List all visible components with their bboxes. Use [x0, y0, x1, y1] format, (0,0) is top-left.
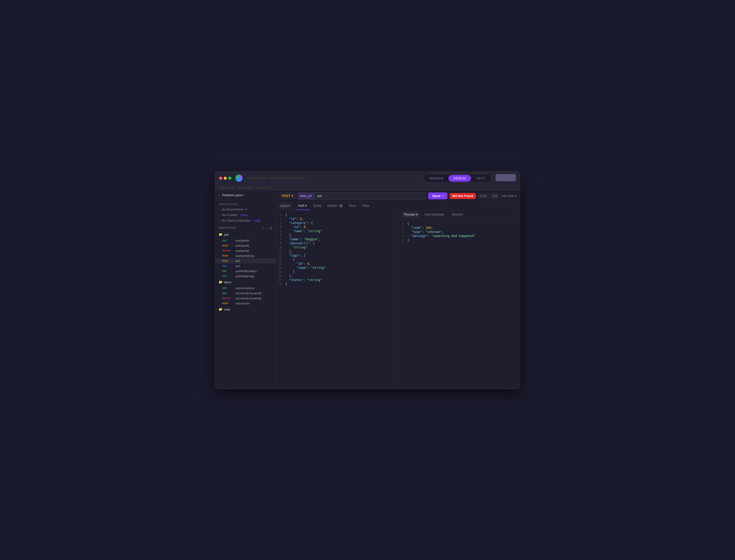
method-badge-get: GET [222, 292, 233, 295]
endpoint-get-findbystatus[interactable]: GET /pet/findByStatus [215, 269, 276, 274]
method-chevron-icon: ▾ [292, 194, 293, 198]
file-name: Petstore.yaml ▾ [222, 193, 245, 197]
endpoint-post-pet[interactable]: POST /pet [215, 258, 276, 263]
run-button[interactable] [495, 174, 516, 181]
group-store[interactable]: 📁 store [215, 279, 276, 286]
environment-chevron-icon: ▾ [245, 208, 247, 211]
titlebar: DESIGN DEBUG TEST [215, 171, 520, 186]
tab-tests[interactable]: Tests [359, 202, 372, 210]
endpoint-get-findbytags[interactable]: GET /pet/findByTags [215, 274, 276, 279]
delete-endpoint-button[interactable]: ⊟ [269, 226, 272, 230]
tab-design[interactable]: DESIGN [424, 175, 448, 182]
timeline-label: Timeline [451, 213, 463, 216]
response-size: 0 B [491, 193, 499, 199]
request-bar: POST ▾ base_url /pet Send ▾ 404 Not Foun… [276, 190, 520, 202]
folder-icon: 📁 [219, 280, 223, 284]
group-user[interactable]: 📁 user [215, 306, 276, 313]
code-line-4: 4 "id": 0, [276, 225, 398, 229]
request-editor[interactable]: 1 { 2 "id": 0, 3 "category": { 4 [276, 210, 398, 389]
endpoint-post-petid[interactable]: POST /pet/{petId} [215, 243, 276, 248]
code-line-5: 5 "name": "string" [276, 229, 398, 233]
tab-debug[interactable]: DEBUG [448, 175, 471, 182]
no-client-certs-row[interactable]: □ No Client Certificates (Add) [215, 218, 276, 223]
endpoint-get-inventory[interactable]: GET /store/inventory [215, 286, 276, 291]
method-badge-post: POST [222, 244, 233, 247]
tab-preview[interactable]: Preview ▾ [402, 212, 420, 217]
endpoint-post-petid-upload[interactable]: POST /pet/{petId}/Upl... [215, 253, 276, 258]
code-line-14: 14 "name": "string" [276, 266, 398, 270]
collection-section-label: COLLECTION [215, 200, 276, 207]
method-badge-post: POST [222, 260, 233, 262]
code-line-15: 15 } [276, 270, 398, 274]
url-base-label: base_url [298, 193, 315, 199]
endpoint-post-order[interactable]: POST /store/order [215, 301, 276, 306]
method-badge-post: POST [222, 302, 233, 305]
tab-query[interactable]: Query [310, 202, 324, 210]
main-layout: ‹ Petstore.yaml ▾ COLLECTION ○ No Enviro… [215, 190, 520, 389]
endpoint-path: /store/order [236, 302, 250, 305]
code-line-12: 12 { [276, 258, 398, 262]
group-user-label: user [224, 307, 230, 311]
method-badge-get: GET [222, 270, 233, 272]
folder-icon: 📁 [219, 233, 223, 236]
new-testeader-label: New testeader [425, 213, 444, 216]
endpoint-delete-order-orderid[interactable]: DELETE /store/order/{orderId} [215, 296, 276, 301]
endpoint-path: /pet [236, 259, 240, 262]
url-bar[interactable]: base_url /pet [297, 192, 426, 200]
tab-auth-label: Auth [298, 204, 305, 207]
toolbar-item-2 [238, 187, 253, 189]
code-line-2: 2 "id": 0, [276, 217, 398, 221]
response-editor: 1 { 2 "code": 500, 3 "type": "unknown", [398, 219, 520, 389]
sidebar: ‹ Petstore.yaml ▾ COLLECTION ○ No Enviro… [215, 190, 276, 389]
method-badge-post: POST [222, 255, 233, 257]
code-line-10: 10 ], [276, 249, 398, 254]
resp-line-3: 3 "type": "unknown", [398, 230, 520, 234]
endpoint-get-petid[interactable]: GET /pet/{petId} [215, 238, 276, 243]
close-button[interactable] [219, 177, 222, 180]
code-line-11: 11 "tags": [ [276, 254, 398, 258]
traffic-lights [219, 177, 231, 180]
method-select[interactable]: POST ▾ [280, 193, 295, 199]
code-line-17: 17 "status": "string" [276, 278, 398, 282]
endpoint-path: /pet/{petId}/Upl... [236, 254, 256, 257]
tab-header[interactable]: Header 1 [324, 202, 346, 210]
request-panel: 1 { 2 "id": 0, 3 "category": { 4 [276, 210, 398, 389]
group-pet-label: pet [224, 233, 229, 236]
app-window: DESIGN DEBUG TEST ‹ Petstore.yaml ▾ COLL… [215, 171, 520, 389]
endpoint-delete-petid[interactable]: DELETE /pet/{petId} [215, 248, 276, 253]
certs-add-link[interactable]: (Add) [253, 219, 260, 222]
folder-icon: 📁 [219, 307, 223, 311]
no-environment-row[interactable]: ○ No Environment ▾ [215, 207, 276, 212]
endpoints-label: ENDPOINTS [219, 227, 236, 229]
code-line-1: 1 { [276, 213, 398, 217]
sidebar-header: ‹ Petstore.yaml ▾ [215, 190, 276, 200]
no-cookies-row[interactable]: □ No Cookies (Add) [215, 212, 276, 218]
minimize-button[interactable] [224, 177, 227, 180]
tab-auth[interactable]: Auth ▾ [295, 202, 310, 210]
maximize-button[interactable] [228, 177, 231, 180]
code-line-9: 9 "string" [276, 245, 398, 249]
toolbar-item-1 [219, 187, 235, 189]
add-endpoint-button[interactable]: + [262, 226, 264, 230]
toolbar [215, 186, 520, 190]
send-button[interactable]: Send ▾ [428, 192, 447, 199]
endpoint-path: /pet [236, 264, 240, 268]
tab-new-testeader[interactable]: New testeader [422, 212, 447, 217]
group-pet[interactable]: 📁 pet [215, 231, 276, 238]
cookies-add-link[interactable]: (Add) [240, 213, 248, 217]
content-area: POST ▾ base_url /pet Send ▾ 404 Not Foun… [276, 190, 520, 389]
url-path: /pet [315, 193, 325, 199]
mode-tabs: DESIGN DEBUG TEST [423, 174, 491, 183]
tab-timeline[interactable]: Timeline [449, 212, 465, 217]
code-line-13: 13 "id": 0, [276, 262, 398, 266]
endpoint-path: /pet/{petId} [236, 239, 249, 242]
endpoint-get-order-orderid[interactable]: GET /store/order/{orderId} [215, 291, 276, 296]
tab-docs[interactable]: Docs [346, 202, 359, 210]
json-format-selector[interactable]: JSON ▾ [278, 203, 292, 209]
tab-test[interactable]: TEST [471, 175, 490, 182]
endpoint-put-pet[interactable]: PUT /pet [215, 263, 276, 269]
back-button[interactable]: ‹ [219, 193, 220, 198]
group-store-label: store [224, 280, 231, 284]
endpoint-path: /pet/{petId} [236, 244, 249, 247]
search-endpoint-button[interactable]: ⌕ [266, 226, 268, 230]
